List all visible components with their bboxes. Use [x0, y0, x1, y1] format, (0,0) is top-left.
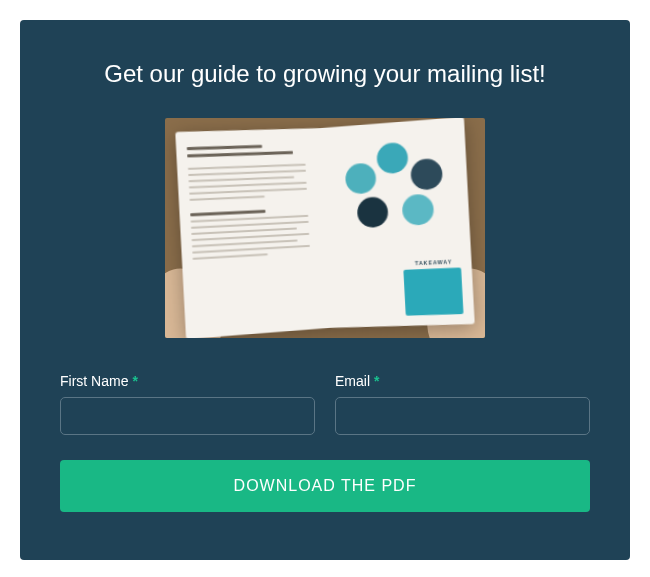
first-name-field: First Name *: [60, 373, 315, 435]
headline: Get our guide to growing your mailing li…: [60, 60, 590, 88]
first-name-label-row: First Name *: [60, 373, 315, 389]
takeaway-label: TAKEAWAY: [415, 259, 453, 267]
form-row: First Name * Email *: [60, 373, 590, 435]
first-name-label: First Name: [60, 373, 128, 389]
circle-diagram-icon: [346, 139, 444, 236]
required-mark: *: [374, 373, 379, 389]
hero-image: TAKEAWAY: [165, 118, 485, 338]
email-field: Email *: [335, 373, 590, 435]
book-page-right: TAKEAWAY: [320, 118, 475, 328]
email-label-row: Email *: [335, 373, 590, 389]
required-mark: *: [132, 373, 137, 389]
email-label: Email: [335, 373, 370, 389]
book-page-left: [175, 128, 330, 338]
book-illustration: TAKEAWAY: [180, 121, 470, 335]
takeaway-box: [403, 268, 463, 316]
download-pdf-button[interactable]: DOWNLOAD THE PDF: [60, 460, 590, 512]
first-name-input[interactable]: [60, 397, 315, 435]
email-input[interactable]: [335, 397, 590, 435]
signup-form-card: Get our guide to growing your mailing li…: [20, 20, 630, 560]
